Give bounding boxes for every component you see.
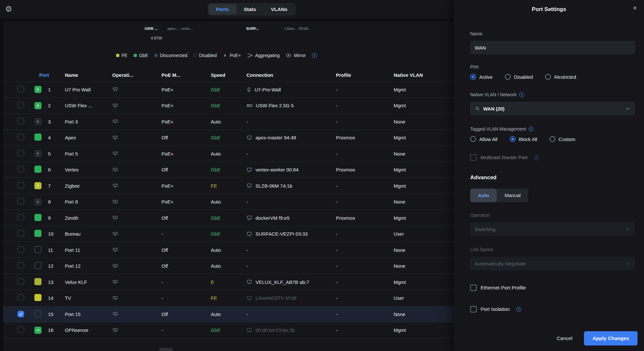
row-checkbox[interactable]: [18, 230, 24, 237]
info-icon[interactable]: i: [516, 307, 521, 312]
profile: -: [336, 183, 394, 189]
connection-text: USW Flex 2.5G 5: [256, 103, 294, 108]
checkbox-label: Multicast Router Port: [481, 155, 528, 160]
profile: -: [336, 263, 394, 269]
legend-label: Disabled: [199, 53, 217, 58]
port-status-icon: [34, 86, 42, 93]
legend-info-icon[interactable]: i: [312, 53, 317, 58]
poe-mode: Off: [161, 215, 211, 221]
tab-vlans[interactable]: VLANs: [264, 4, 295, 15]
legend-label: FE: [122, 53, 127, 58]
row-checkbox[interactable]: [18, 311, 24, 317]
row-checkbox[interactable]: [18, 214, 24, 221]
port-status-icon: [34, 262, 42, 269]
segment-auto[interactable]: Auto: [470, 189, 497, 202]
port-settings-panel: Port Settings ✕ Name Port Active Disable…: [454, 0, 644, 351]
settings-gear-icon[interactable]: ⚙: [5, 5, 12, 14]
info-icon[interactable]: i: [529, 127, 533, 132]
row-checkbox[interactable]: [18, 294, 24, 301]
connection-text: 00:d0:b4:03:be:2b: [256, 327, 295, 333]
multicast-router-port-checkbox[interactable]: Multicast Router Port i: [470, 154, 635, 161]
radio-custom[interactable]: Custom: [550, 136, 576, 142]
poe-mode: PoE+: [161, 87, 211, 92]
view-tabs: Ports Stats VLANs: [208, 3, 296, 16]
tab-stats[interactable]: Stats: [236, 4, 264, 15]
switch-device-icon: [112, 230, 118, 237]
pagination-stub[interactable]: [159, 348, 173, 351]
speed: Auto: [211, 119, 246, 124]
radio-restricted[interactable]: Restricted: [545, 74, 576, 80]
row-checkbox[interactable]: [18, 86, 24, 92]
switch-device-icon: [112, 327, 118, 333]
link-speed-select[interactable]: Automatically Negotiate: [470, 257, 635, 270]
port-name: Apex: [65, 135, 112, 140]
connection: U7-Pro-Wall: [246, 87, 336, 92]
legend-item-fe: FE: [116, 53, 127, 58]
port-state-radios: Active Disabled Restricted: [470, 74, 635, 80]
switch-device-icon: [112, 182, 118, 188]
row-checkbox[interactable]: [18, 102, 24, 108]
poe-mode: -: [161, 295, 211, 301]
profile: -: [336, 327, 394, 333]
switch-device-icon: [112, 134, 118, 140]
link-speed-label: Link Speed: [470, 247, 635, 252]
radio-disabled[interactable]: Disabled: [505, 74, 533, 80]
radio-allow-all[interactable]: Allow All: [470, 136, 497, 142]
operation-select[interactable]: Switching: [470, 222, 635, 236]
info-icon[interactable]: i: [534, 155, 539, 160]
switch-device-icon: [112, 278, 118, 285]
tab-ports[interactable]: Ports: [209, 4, 236, 15]
col-connection[interactable]: Connection: [246, 72, 336, 78]
row-checkbox[interactable]: [18, 182, 24, 189]
poe-mode: PoE+: [161, 151, 211, 157]
col-speed[interactable]: Speed: [211, 72, 246, 78]
switch-device-icon: [112, 86, 118, 92]
profile: -: [336, 231, 394, 237]
native-vlan-select[interactable]: WAN (20): [470, 102, 635, 115]
switch-icon: [246, 102, 253, 109]
row-checkbox[interactable]: [18, 198, 24, 205]
port-number: 13: [48, 279, 65, 285]
col-name[interactable]: Name: [65, 72, 112, 78]
segment-manual[interactable]: Manual: [497, 189, 528, 202]
col-profile[interactable]: Profile: [336, 72, 394, 78]
col-operation[interactable]: Operati...: [112, 72, 161, 78]
apply-changes-button[interactable]: Apply Changes: [584, 331, 638, 345]
name-input[interactable]: [470, 41, 635, 54]
row-checkbox[interactable]: [18, 278, 24, 285]
connection-text: dockerVM f9:e5: [256, 215, 290, 221]
speed: Auto: [211, 263, 246, 269]
ethernet-port-profile-checkbox[interactable]: Ethernet Port Profile: [470, 285, 635, 291]
port-status-icon: [34, 230, 42, 237]
profile: -: [336, 87, 394, 92]
port-name: Port 12: [65, 263, 112, 269]
radio-active[interactable]: Active: [470, 74, 493, 80]
speed: FE: [211, 183, 246, 189]
port-name: Bureau: [65, 231, 112, 237]
radio-block-all[interactable]: Block All: [510, 136, 537, 142]
speed: Auto: [211, 151, 246, 157]
profile: -: [336, 311, 394, 317]
panel-body: Name Port Active Disabled Restricted: [454, 19, 644, 351]
row-checkbox[interactable]: [18, 262, 24, 269]
row-checkbox[interactable]: [18, 134, 24, 140]
close-icon[interactable]: ✕: [633, 5, 637, 11]
poe-mode: PoE+: [161, 103, 211, 108]
row-checkbox[interactable]: [18, 118, 24, 124]
port-number: 7: [48, 183, 65, 189]
col-port[interactable]: Port: [34, 72, 65, 78]
radio-label: Active: [479, 74, 493, 80]
info-icon[interactable]: i: [519, 92, 524, 97]
connection-text: LGwebOSTV ef:08: [256, 295, 296, 301]
port-isolation-checkbox[interactable]: Port Isolation i: [470, 306, 635, 312]
row-checkbox[interactable]: [18, 166, 24, 172]
row-checkbox[interactable]: [18, 326, 24, 333]
port-status-icon: [34, 166, 42, 173]
col-poe-mode[interactable]: PoE M...: [161, 72, 211, 78]
port-status-icon: [34, 102, 42, 109]
row-checkbox[interactable]: [18, 246, 24, 253]
cancel-button[interactable]: Cancel: [557, 335, 572, 341]
row-checkbox[interactable]: [18, 150, 24, 157]
port-status-icon: [34, 198, 42, 205]
port-status-icon: [34, 214, 42, 221]
